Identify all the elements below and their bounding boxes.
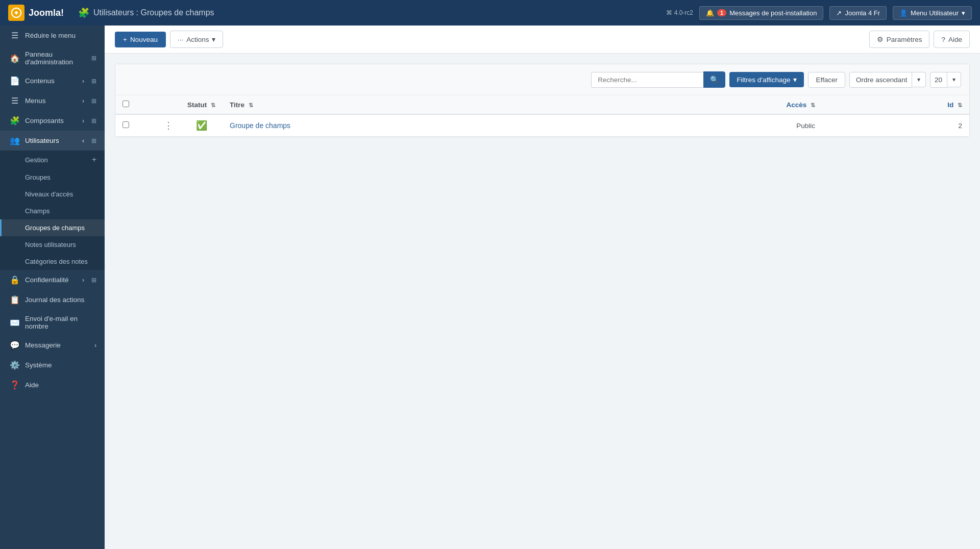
params-button[interactable]: ⚙ Paramètres — [869, 31, 930, 48]
help-button[interactable]: ? Aide — [934, 31, 970, 48]
col-header-acces[interactable]: Accès ⇅ — [603, 95, 822, 114]
user-menu-btn[interactable]: 👤 Menu Utilisateur ▾ — [893, 6, 972, 20]
sort-arrows-icon: ⇅ — [211, 102, 215, 108]
envoi-label: Envoi d'e-mail en nombre — [25, 315, 96, 330]
grid-icon: ⊞ — [91, 277, 96, 284]
help-label: Aide — [948, 36, 962, 43]
sort-dropdown[interactable]: Ordre ascendant — [849, 72, 912, 88]
version-badge: ⌘ 4.0-rc2 — [666, 9, 693, 16]
table-row: ⋮ ✅ Groupe de champs Public — [115, 114, 969, 137]
sidebar-item-label: Composants — [25, 117, 64, 124]
col-header-titre[interactable]: Titre ⇅ — [223, 95, 603, 114]
sidebar-item-panneau[interactable]: 🏠 Panneau d'administration ⊞ — [0, 45, 105, 71]
grid-icon: ⊞ — [91, 97, 96, 105]
champs-label: Champs — [25, 207, 50, 215]
row-title-link[interactable]: Groupe de champs — [230, 121, 290, 130]
sidebar-item-contenus[interactable]: 📄 Contenus › ⊞ — [0, 71, 105, 91]
external-icon: ↗ — [836, 9, 842, 17]
sidebar-item-groupes[interactable]: Groupes — [0, 169, 105, 186]
joomla4-label: Joomla 4 Fr — [845, 9, 880, 17]
categories-notes-label: Catégories des notes — [25, 258, 88, 265]
page-title-icon: 🧩 — [78, 7, 89, 18]
sidebar-item-champs[interactable]: Champs — [0, 203, 105, 219]
sort-chevron[interactable]: ▾ — [912, 72, 926, 87]
table-header-row: Statut ⇅ Titre ⇅ Accès ⇅ — [115, 95, 969, 114]
notification-label: Messages de post-installation — [729, 9, 817, 17]
sort-arrows-icon: ⇅ — [958, 102, 962, 108]
reduce-icon: ☰ — [10, 31, 20, 40]
filter-display-button[interactable]: Filtres d'affichage ▾ — [729, 72, 804, 87]
messagerie-label: Messagerie — [25, 341, 61, 349]
row-acces-value: Public — [796, 122, 815, 130]
sidebar-item-envoi[interactable]: ✉️ Envoi d'e-mail en nombre — [0, 310, 105, 335]
grid-icon: ⊞ — [91, 78, 96, 85]
topbar: Joomla! 🧩 Utilisateurs : Groupes de cham… — [0, 0, 980, 26]
reduce-label: Réduire le menu — [25, 32, 76, 39]
content: 🔍 Filtres d'affichage ▾ Effacer Ordre as… — [105, 54, 980, 549]
clear-button[interactable]: Effacer — [808, 72, 845, 88]
sidebar-item-reduce[interactable]: ☰ Réduire le menu — [0, 26, 105, 45]
sidebar-item-journal[interactable]: 📋 Journal des actions — [0, 290, 105, 310]
systeme-icon: ⚙️ — [10, 360, 20, 370]
sidebar-item-gestion[interactable]: Gestion + — [0, 151, 105, 169]
groupes-label: Groupes — [25, 173, 51, 181]
sidebar-item-composants[interactable]: 🧩 Composants › ⊞ — [0, 111, 105, 131]
sidebar-item-label: Contenus — [25, 77, 55, 85]
sidebar-item-groupes-champs[interactable]: Groupes de champs — [0, 219, 105, 236]
toolbar-right: ⚙ Paramètres ? Aide — [869, 31, 970, 48]
row-actions-icon[interactable]: ⋮ — [164, 120, 173, 131]
sidebar-item-categories-notes[interactable]: Catégories des notes — [0, 253, 105, 270]
col-header-statut[interactable]: Statut ⇅ — [180, 95, 223, 114]
actions-button[interactable]: ··· Actions ▾ — [170, 31, 224, 48]
statut-label: Statut — [187, 101, 207, 109]
sidebar: ☰ Réduire le menu 🏠 Panneau d'administra… — [0, 26, 105, 549]
plus-icon: + — [123, 36, 127, 43]
sidebar-item-confidentialite[interactable]: 🔒 Confidentialité › ⊞ — [0, 270, 105, 290]
chevron-down-icon: ‹ — [82, 137, 84, 144]
notification-count: 1 — [717, 9, 726, 16]
chevron-right-icon: › — [94, 342, 96, 349]
journal-icon: 📋 — [10, 295, 20, 305]
sidebar-item-utilisateurs[interactable]: 👥 Utilisateurs ‹ ⊞ — [0, 131, 105, 151]
sidebar-item-niveaux[interactable]: Niveaux d'accès — [0, 186, 105, 203]
sidebar-item-messagerie[interactable]: 💬 Messagerie › — [0, 335, 105, 355]
actions-icon: ··· — [178, 36, 183, 43]
grid-icon: ⊞ — [91, 117, 96, 124]
new-button[interactable]: + Nouveau — [115, 32, 166, 47]
sidebar-item-menus[interactable]: ☰ Menus › ⊞ — [0, 91, 105, 111]
joomla4-btn[interactable]: ↗ Joomla 4 Fr — [829, 6, 887, 20]
row-title-cell: Groupe de champs — [223, 114, 603, 137]
topbar-right: ⌘ 4.0-rc2 🔔 1 Messages de post-installat… — [666, 6, 972, 20]
sidebar-item-notes[interactable]: Notes utilisateurs — [0, 236, 105, 253]
composants-icon: 🧩 — [10, 116, 20, 126]
aide-icon: ❓ — [10, 380, 20, 390]
logo[interactable]: Joomla! — [8, 5, 64, 21]
id-label: Id — [947, 101, 953, 109]
row-actions-cell[interactable]: ⋮ — [157, 114, 180, 137]
sort-select: Ordre ascendant ▾ — [849, 72, 926, 88]
search-input[interactable] — [591, 72, 703, 88]
settings-icon: ⚙ — [877, 35, 884, 43]
sidebar-item-aide[interactable]: ❓ Aide — [0, 375, 105, 395]
table-wrap: Statut ⇅ Titre ⇅ Accès ⇅ — [115, 95, 969, 137]
select-all-checkbox[interactable] — [122, 101, 129, 107]
user-icon: 👤 — [899, 9, 908, 17]
notification-btn[interactable]: 🔔 1 Messages de post-installation — [699, 6, 823, 20]
topbar-title: 🧩 Utilisateurs : Groupes de champs — [78, 7, 660, 18]
status-published-icon[interactable]: ✅ — [196, 120, 207, 131]
chevron-right-icon: › — [82, 277, 84, 284]
confidentialite-label: Confidentialité — [25, 276, 69, 284]
row-id-value: 2 — [958, 122, 962, 130]
params-label: Paramètres — [887, 36, 922, 43]
row-checkbox[interactable] — [122, 121, 129, 128]
add-icon[interactable]: + — [92, 155, 96, 164]
per-page-chevron[interactable]: ▾ — [947, 72, 961, 87]
sidebar-item-systeme[interactable]: ⚙️ Système — [0, 355, 105, 375]
menus-icon: ☰ — [10, 96, 20, 106]
per-page-dropdown[interactable]: 20 — [930, 72, 947, 88]
search-button[interactable]: 🔍 — [703, 71, 725, 88]
groupes-champs-label: Groupes de champs — [25, 224, 85, 232]
col-header-id[interactable]: Id ⇅ — [822, 95, 969, 114]
journal-label: Journal des actions — [25, 296, 84, 304]
col-header-actions — [157, 95, 180, 114]
